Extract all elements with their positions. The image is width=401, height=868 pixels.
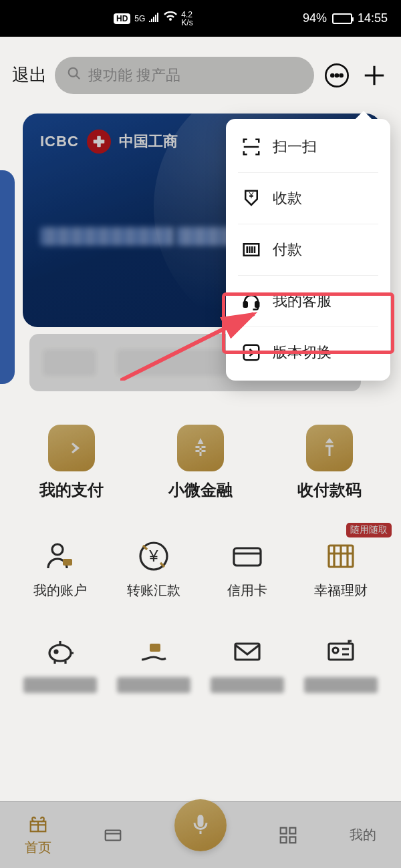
menu-receive[interactable]: ¥ 收款	[226, 173, 390, 224]
search-placeholder: 搜功能 搜产品	[88, 65, 180, 85]
menu-pay[interactable]: 付款	[226, 224, 390, 275]
abacus-icon	[322, 537, 360, 575]
qr-icon	[306, 425, 353, 471]
svg-rect-21	[197, 815, 203, 827]
svg-text:¥: ¥	[148, 547, 158, 565]
plus-button[interactable]	[360, 63, 389, 88]
svg-rect-25	[289, 837, 295, 843]
svc-redacted[interactable]	[200, 633, 294, 693]
svg-point-4	[340, 74, 343, 77]
svg-point-2	[331, 74, 333, 77]
svc-label: 我的账户	[33, 582, 87, 600]
services-grid: 我的账户 ¥ 转账汇款 信用卡 随用随取 幸福理财	[0, 537, 401, 693]
svg-rect-8	[63, 559, 72, 566]
redacted-card-line	[40, 227, 174, 246]
hand-coin-icon	[135, 633, 172, 670]
receive-icon: ¥	[241, 188, 262, 209]
svg-text:¥: ¥	[249, 191, 254, 200]
svc-label: 转账汇款	[127, 582, 180, 600]
action-label: 小微金融	[168, 479, 233, 501]
menu-customer-service[interactable]: 我的客服	[226, 276, 390, 327]
nav-card[interactable]	[102, 825, 124, 845]
pay-icon	[48, 425, 95, 471]
scan-icon	[241, 136, 262, 158]
network-indicator: 5G	[134, 14, 145, 23]
signal-icon	[149, 11, 160, 25]
chat-button[interactable]	[322, 62, 352, 89]
svg-point-0	[69, 67, 78, 76]
menu-label: 版本切换	[273, 343, 331, 363]
svc-credit-card[interactable]: 信用卡	[200, 537, 294, 600]
svg-rect-30	[244, 345, 259, 361]
svg-rect-29	[255, 302, 259, 307]
headset-icon	[241, 290, 262, 312]
action-micro-finance[interactable]: 小微金融	[168, 425, 233, 501]
menu-scan[interactable]: 扫一扫	[226, 122, 390, 172]
nav-label: 首页	[25, 839, 51, 857]
switch-icon	[241, 342, 262, 363]
redacted-block	[43, 349, 96, 376]
action-label: 收付款码	[297, 479, 362, 501]
svc-redacted[interactable]	[294, 633, 388, 693]
clock: 14:55	[358, 11, 388, 25]
svg-rect-22	[281, 827, 287, 833]
battery-pct: 94%	[303, 11, 327, 25]
nav-mine[interactable]: 我的	[350, 826, 376, 844]
menu-label: 收款	[273, 188, 302, 208]
search-icon	[67, 66, 82, 85]
redacted-label	[23, 677, 97, 693]
svc-label: 信用卡	[227, 582, 267, 600]
card-icon	[229, 537, 266, 575]
exit-button[interactable]: 退出	[12, 63, 47, 87]
menu-label: 我的客服	[273, 291, 331, 311]
primary-actions-row: 我的支付 小微金融 收付款码	[0, 425, 401, 501]
icbc-logo-icon	[87, 130, 111, 154]
icbc-text-cn: 中国工商	[119, 132, 178, 152]
svc-transfer[interactable]: ¥ 转账汇款	[107, 537, 200, 600]
menu-label: 付款	[273, 240, 302, 260]
transfer-icon: ¥	[135, 537, 172, 575]
search-input[interactable]: 搜功能 搜产品	[55, 57, 314, 94]
wifi-icon	[164, 11, 177, 25]
svc-redacted[interactable]	[13, 633, 107, 693]
svg-point-18	[333, 648, 338, 653]
svg-rect-23	[289, 827, 295, 833]
menu-label: 扫一扫	[273, 137, 317, 157]
piggy-icon	[41, 633, 79, 670]
speed-indicator: 4.2K/s	[181, 11, 192, 27]
plus-dropdown: 扫一扫 ¥ 收款 付款 我的客服 版本切换	[226, 119, 390, 381]
gift-icon	[27, 814, 49, 837]
svg-point-14	[55, 650, 57, 653]
redacted-label	[211, 677, 284, 693]
status-bar: HD 5G 4.2K/s 94% 14:55	[0, 0, 401, 37]
nav-grid[interactable]	[277, 825, 299, 845]
redacted-label	[304, 677, 378, 693]
bottom-nav: 首页 我的	[0, 801, 401, 868]
svg-rect-28	[244, 302, 247, 307]
svc-wealth[interactable]: 随用随取 幸福理财	[294, 537, 388, 600]
svc-my-account[interactable]: 我的账户	[13, 537, 107, 600]
id-card-icon	[322, 633, 360, 670]
svc-label: 幸福理财	[314, 582, 368, 600]
voice-button[interactable]	[174, 799, 227, 851]
person-icon	[41, 537, 79, 575]
svg-rect-6	[94, 140, 105, 144]
battery-icon	[332, 13, 352, 24]
svg-rect-16	[235, 644, 259, 660]
finance-icon	[177, 425, 224, 471]
svg-rect-11	[234, 548, 261, 566]
mail-icon	[229, 633, 266, 670]
redacted-label	[117, 677, 190, 693]
nav-home[interactable]: 首页	[25, 814, 51, 857]
menu-version-switch[interactable]: 版本切换	[226, 327, 390, 378]
nav-label: 我的	[350, 826, 376, 844]
action-qr-code[interactable]: 收付款码	[297, 425, 362, 501]
action-my-pay[interactable]: 我的支付	[39, 425, 104, 501]
barcode-icon	[241, 239, 262, 260]
svg-point-13	[49, 645, 71, 661]
hd-badge: HD	[114, 13, 130, 24]
promo-badge: 随用随取	[346, 523, 392, 537]
svg-rect-24	[281, 837, 287, 843]
svc-redacted[interactable]	[107, 633, 200, 693]
top-bar: 退出 搜功能 搜产品	[0, 37, 401, 114]
